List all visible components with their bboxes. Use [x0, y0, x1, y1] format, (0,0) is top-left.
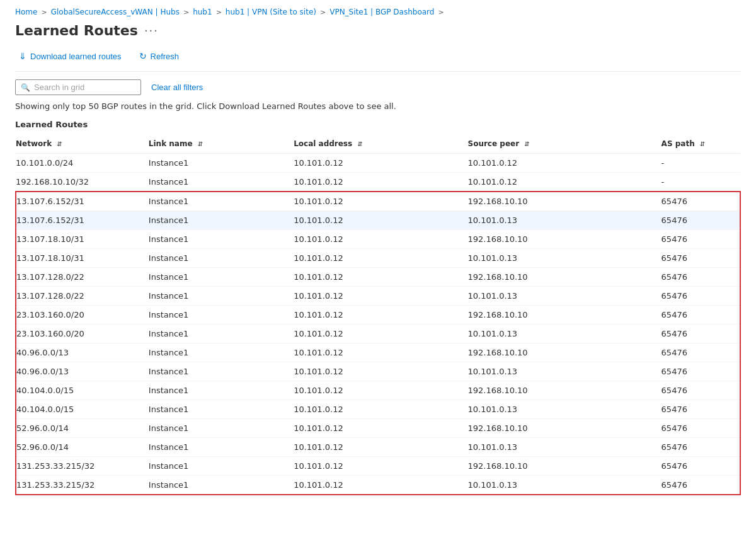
- breadcrumb-sep-5: >: [438, 8, 444, 16]
- search-icon: 🔍: [21, 83, 30, 92]
- routes-table: Network ⇵ Link name ⇵ Local address ⇵ So…: [15, 134, 741, 495]
- breadcrumb-vpn-site[interactable]: hub1 | VPN (Site to site): [226, 8, 316, 16]
- cell-aspath: 65476: [662, 211, 740, 230]
- table-row: 13.107.128.0/22Instance110.101.0.1210.10…: [16, 287, 740, 306]
- cell-aspath: 65476: [662, 343, 740, 362]
- cell-linkname: Instance1: [149, 192, 294, 211]
- cell-aspath: 65476: [662, 438, 740, 457]
- cell-localaddr: 10.101.0.12: [294, 192, 467, 211]
- cell-network: 23.103.160.0/20: [16, 325, 149, 343]
- cell-linkname: Instance1: [149, 268, 294, 287]
- breadcrumb-sep-4: >: [320, 8, 326, 16]
- breadcrumb-hub1[interactable]: hub1: [193, 8, 212, 16]
- cell-localaddr: 10.101.0.12: [294, 287, 467, 306]
- search-box[interactable]: 🔍: [15, 79, 141, 95]
- table-row: 40.104.0.0/15Instance110.101.0.1210.101.…: [16, 400, 740, 419]
- cell-aspath: 65476: [662, 325, 740, 343]
- cell-aspath: 65476: [662, 476, 740, 495]
- table-row: 13.107.128.0/22Instance110.101.0.12192.1…: [16, 268, 740, 287]
- clear-filters-button[interactable]: Clear all filters: [149, 80, 205, 95]
- breadcrumb-vwan[interactable]: GlobalSecureAccess_vWAN | Hubs: [51, 8, 180, 16]
- cell-network: 40.104.0.0/15: [16, 381, 149, 400]
- table-row: 40.96.0.0/13Instance110.101.0.1210.101.0…: [16, 362, 740, 381]
- breadcrumb: Home > GlobalSecureAccess_vWAN | Hubs > …: [15, 0, 741, 23]
- cell-linkname: Instance1: [149, 173, 294, 192]
- cell-network: 13.107.18.10/31: [16, 230, 149, 249]
- cell-sourcepeer: 10.101.0.13: [468, 249, 662, 268]
- cell-localaddr: 10.101.0.12: [294, 211, 467, 230]
- cell-linkname: Instance1: [149, 438, 294, 457]
- breadcrumb-sep-2: >: [183, 8, 189, 16]
- cell-sourcepeer: 192.168.10.10: [468, 268, 662, 287]
- cell-aspath: 65476: [662, 249, 740, 268]
- cell-linkname: Instance1: [149, 249, 294, 268]
- col-header-linkname[interactable]: Link name ⇵: [149, 134, 294, 154]
- cell-linkname: Instance1: [149, 419, 294, 438]
- cell-localaddr: 10.101.0.12: [294, 230, 467, 249]
- table-row: 192.168.10.10/32Instance110.101.0.1210.1…: [16, 173, 740, 192]
- breadcrumb-home[interactable]: Home: [15, 8, 37, 16]
- cell-network: 40.96.0.0/13: [16, 362, 149, 381]
- cell-localaddr: 10.101.0.12: [294, 343, 467, 362]
- more-options-icon[interactable]: ···: [144, 24, 159, 37]
- table-row: 13.107.18.10/31Instance110.101.0.1210.10…: [16, 249, 740, 268]
- cell-linkname: Instance1: [149, 476, 294, 495]
- cell-sourcepeer: 10.101.0.12: [468, 173, 662, 192]
- cell-sourcepeer: 10.101.0.13: [468, 211, 662, 230]
- routes-table-wrapper: Network ⇵ Link name ⇵ Local address ⇵ So…: [15, 134, 741, 495]
- cell-linkname: Instance1: [149, 306, 294, 325]
- search-input[interactable]: [34, 83, 135, 92]
- cell-aspath: 65476: [662, 400, 740, 419]
- filter-row: 🔍 Clear all filters: [15, 79, 741, 95]
- col-header-localaddr[interactable]: Local address ⇵: [294, 134, 467, 154]
- table-row: 13.107.18.10/31Instance110.101.0.12192.1…: [16, 230, 740, 249]
- breadcrumb-bgp-dashboard[interactable]: VPN_Site1 | BGP Dashboard: [329, 8, 434, 16]
- cell-sourcepeer: 192.168.10.10: [468, 230, 662, 249]
- download-routes-button[interactable]: ⇓ Download learned routes: [15, 49, 125, 64]
- cell-aspath: 65476: [662, 381, 740, 400]
- cell-sourcepeer: 10.101.0.12: [468, 154, 662, 173]
- cell-aspath: -: [662, 154, 740, 173]
- cell-network: 52.96.0.0/14: [16, 438, 149, 457]
- cell-linkname: Instance1: [149, 154, 294, 173]
- table-row: 13.107.6.152/31Instance110.101.0.1210.10…: [16, 211, 740, 230]
- cell-aspath: 65476: [662, 419, 740, 438]
- cell-sourcepeer: 192.168.10.10: [468, 419, 662, 438]
- sort-icon-linkname: ⇵: [198, 141, 203, 147]
- cell-localaddr: 10.101.0.12: [294, 419, 467, 438]
- refresh-button[interactable]: ↻ Refresh: [135, 49, 183, 64]
- col-header-sourcepeer[interactable]: Source peer ⇵: [468, 134, 662, 154]
- table-row: 131.253.33.215/32Instance110.101.0.12192…: [16, 457, 740, 476]
- cell-localaddr: 10.101.0.12: [294, 457, 467, 476]
- refresh-icon: ↻: [139, 51, 147, 61]
- cell-sourcepeer: 10.101.0.13: [468, 400, 662, 419]
- cell-aspath: 65476: [662, 192, 740, 211]
- cell-aspath: 65476: [662, 230, 740, 249]
- cell-network: 131.253.33.215/32: [16, 457, 149, 476]
- section-label: Learned Routes: [15, 120, 741, 129]
- cell-linkname: Instance1: [149, 287, 294, 306]
- cell-network: 13.107.6.152/31: [16, 192, 149, 211]
- table-row: 131.253.33.215/32Instance110.101.0.1210.…: [16, 476, 740, 495]
- cell-sourcepeer: 192.168.10.10: [468, 457, 662, 476]
- cell-localaddr: 10.101.0.12: [294, 476, 467, 495]
- col-header-aspath[interactable]: AS path ⇵: [662, 134, 740, 154]
- cell-localaddr: 10.101.0.12: [294, 268, 467, 287]
- sort-icon-localaddr: ⇵: [357, 141, 362, 147]
- sort-icon-sourcepeer: ⇵: [524, 141, 529, 147]
- cell-linkname: Instance1: [149, 325, 294, 343]
- sort-icon-network: ⇵: [57, 141, 62, 147]
- col-header-network[interactable]: Network ⇵: [16, 134, 149, 154]
- cell-localaddr: 10.101.0.12: [294, 325, 467, 343]
- cell-network: 13.107.128.0/22: [16, 287, 149, 306]
- table-body: 10.101.0.0/24Instance110.101.0.1210.101.…: [16, 154, 740, 495]
- cell-localaddr: 10.101.0.12: [294, 381, 467, 400]
- cell-network: 23.103.160.0/20: [16, 306, 149, 325]
- cell-sourcepeer: 192.168.10.10: [468, 381, 662, 400]
- cell-network: 13.107.128.0/22: [16, 268, 149, 287]
- cell-localaddr: 10.101.0.12: [294, 154, 467, 173]
- cell-linkname: Instance1: [149, 381, 294, 400]
- table-row: 40.104.0.0/15Instance110.101.0.12192.168…: [16, 381, 740, 400]
- cell-network: 40.104.0.0/15: [16, 400, 149, 419]
- cell-localaddr: 10.101.0.12: [294, 438, 467, 457]
